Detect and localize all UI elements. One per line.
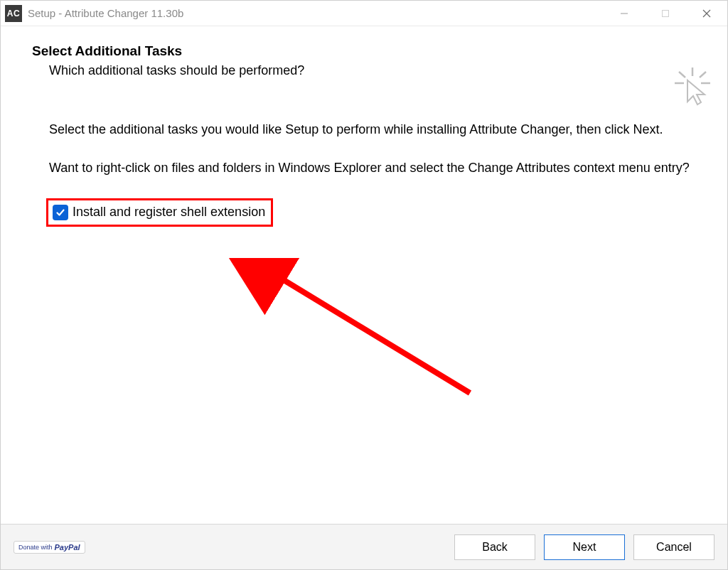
maximize-button [645, 1, 686, 26]
app-icon: AC [5, 5, 22, 22]
installer-window: AC Setup - Attribute Changer 11.30b [0, 0, 728, 570]
svg-line-6 [700, 72, 706, 77]
annotation-highlight-box: Install and register shell extension [46, 198, 273, 227]
window-title: Setup - Attribute Changer 11.30b [28, 7, 604, 19]
svg-line-5 [679, 72, 685, 77]
instruction-text-1: Select the additional tasks you would li… [49, 121, 699, 138]
content-area: Select Additional Tasks Which additional… [1, 26, 727, 524]
donate-paypal-button[interactable]: Donate with PayPal [14, 541, 85, 554]
titlebar: AC Setup - Attribute Changer 11.30b [1, 1, 727, 26]
page-heading: Select Additional Tasks [32, 43, 702, 59]
page-subheading: Which additional tasks should be perform… [49, 63, 702, 78]
svg-rect-1 [663, 10, 669, 16]
checkmark-icon [55, 208, 65, 217]
cancel-button[interactable]: Cancel [633, 534, 714, 560]
wizard-cursor-icon [675, 68, 710, 110]
next-button[interactable]: Next [544, 534, 625, 560]
paypal-prefix: Donate with [18, 544, 53, 551]
close-button[interactable] [686, 1, 727, 26]
svg-line-10 [271, 272, 470, 393]
paypal-brand: PayPal [55, 543, 80, 552]
back-button[interactable]: Back [454, 534, 535, 560]
window-controls [604, 1, 727, 26]
instruction-text-2: Want to right-click on files and folders… [49, 159, 699, 176]
annotation-arrow [214, 258, 484, 400]
minimize-button[interactable] [604, 1, 645, 26]
shell-extension-checkbox[interactable] [53, 205, 68, 220]
shell-extension-checkbox-label: Install and register shell extension [73, 205, 265, 220]
footer-bar: Donate with PayPal Back Next Cancel [1, 524, 727, 569]
